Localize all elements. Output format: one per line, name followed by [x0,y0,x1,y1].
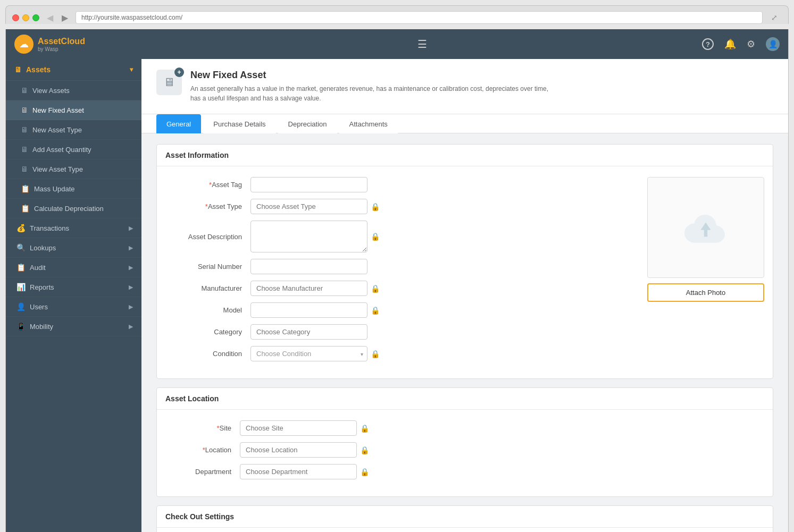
asset-fields: *Asset Tag *Asset Type [165,177,637,368]
manufacturer-lock-icon[interactable]: 🔒 [371,284,380,293]
site-input[interactable] [240,420,357,436]
brand-text: AssetCloud by Wasp [38,37,85,52]
maximize-button[interactable] [32,14,39,21]
app-body: 🖥 Assets ▾ 🖥 View Assets 🖥 New Fixed Ass… [6,59,788,532]
transactions-label: Transactions [30,224,69,232]
sidebar-item-view-asset-type[interactable]: 🖥 View Asset Type [6,159,141,179]
asset-photo-area: Attach Photo [647,177,764,368]
sidebar-item-calculate-depreciation[interactable]: 📋 Calculate Depreciation [6,199,141,218]
brand-sub: by Wasp [38,46,85,52]
photo-upload-box[interactable] [647,177,764,278]
help-icon-button[interactable]: ? [702,38,714,50]
sidebar-item-view-assets[interactable]: 🖥 View Assets [6,81,141,100]
condition-select[interactable]: Choose Condition [250,346,367,361]
asset-description-label: Asset Description [165,233,250,241]
users-chevron-icon: ▶ [129,303,133,310]
traffic-lights [12,14,39,21]
department-row: Department 🔒 [165,464,764,479]
serial-number-row: Serial Number [165,259,637,274]
department-input[interactable] [240,464,357,479]
tab-attachments[interactable]: Attachments [339,114,398,133]
close-button[interactable] [12,14,19,21]
serial-number-label: Serial Number [165,263,250,271]
calc-depreciation-icon: 📋 [21,204,30,213]
model-input[interactable] [250,302,367,318]
bell-icon-button[interactable]: 🔔 [724,38,736,50]
tab-general[interactable]: General [156,114,201,133]
tab-depreciation[interactable]: Depreciation [278,114,337,133]
asset-description-row: Asset Description 🔒 [165,221,637,252]
address-bar[interactable] [76,11,763,24]
sidebar-item-transactions[interactable]: 💰 Transactions ▶ [6,218,141,238]
back-nav-button[interactable]: ◀ [44,12,56,24]
sidebar-item-new-asset-type-label: New Asset Type [32,126,82,134]
minimize-button[interactable] [22,14,29,21]
sidebar-item-view-assets-label: View Assets [32,87,70,95]
user-icon-button[interactable]: 👤 [766,37,780,51]
lookups-label: Lookups [30,244,56,252]
checkout-settings-section: Check Out Settings Set check out default… [156,505,773,532]
reports-icon: 📊 [16,283,26,291]
main-content: 🖥 + New Fixed Asset An asset generally h… [141,59,788,532]
transactions-chevron-icon: ▶ [129,225,133,232]
mobility-label: Mobility [30,323,53,331]
new-asset-type-icon: 🖥 [21,125,28,134]
sidebar-item-reports[interactable]: 📊 Reports ▶ [6,277,141,297]
condition-lock-icon[interactable]: 🔒 [371,350,380,358]
gear-icon: ⚙ [747,39,755,49]
checkout-settings-body: Set check out defaults [157,528,773,532]
sidebar-item-mobility[interactable]: 📱 Mobility ▶ [6,317,141,336]
bell-icon: 🔔 [724,39,736,49]
location-lock-icon[interactable]: 🔒 [360,446,369,454]
sidebar-item-new-asset-type[interactable]: 🖥 New Asset Type [6,120,141,140]
sidebar-item-audit[interactable]: 📋 Audit ▶ [6,258,141,277]
sidebar-item-users[interactable]: 👤 Users ▶ [6,297,141,317]
asset-description-textarea[interactable] [250,221,367,252]
sidebar-item-lookups[interactable]: 🔍 Lookups ▶ [6,238,141,258]
brand-icon: ☁ [14,35,34,54]
page-title: New Fixed Asset [190,70,548,81]
sidebar-item-add-asset-quantity[interactable]: 🖥 Add Asset Quantity [6,140,141,159]
mass-update-icon: 📋 [21,184,30,193]
forward-nav-button[interactable]: ▶ [58,12,71,24]
sidebar-assets-header[interactable]: 🖥 Assets ▾ [6,59,141,81]
condition-label: Condition [165,350,250,358]
model-label: Model [165,306,250,314]
audit-label: Audit [30,264,46,272]
sidebar: 🖥 Assets ▾ 🖥 View Assets 🖥 New Fixed Ass… [6,59,141,532]
department-label: Department [165,468,240,476]
asset-type-lock-icon[interactable]: 🔒 [371,202,380,211]
department-lock-icon[interactable]: 🔒 [360,468,369,476]
tab-purchase-details[interactable]: Purchase Details [203,114,275,133]
asset-location-section: Asset Location *Site 🔒 [156,387,773,497]
asset-description-lock-icon[interactable]: 🔒 [371,232,380,241]
sidebar-item-add-asset-quantity-label: Add Asset Quantity [32,146,91,154]
sidebar-item-mass-update[interactable]: 📋 Mass Update [6,179,141,199]
manufacturer-input[interactable] [250,281,367,296]
browser-titlebar: ◀ ▶ ⤢ [12,11,782,24]
category-control [250,324,637,340]
hamburger-menu-button[interactable]: ☰ [142,38,702,50]
location-label: *Location [165,446,240,454]
site-control: 🔒 [240,420,764,436]
model-lock-icon[interactable]: 🔒 [371,306,380,315]
reports-chevron-icon: ▶ [129,284,133,291]
transactions-icon: 💰 [16,224,26,232]
gear-icon-button[interactable]: ⚙ [747,38,755,50]
asset-type-control: 🔒 [250,199,637,214]
model-row: Model 🔒 [165,302,637,318]
assets-header-icon: 🖥 [14,65,22,74]
asset-tag-input[interactable] [250,177,367,192]
site-lock-icon[interactable]: 🔒 [360,424,369,433]
serial-number-input[interactable] [250,259,367,274]
audit-chevron-icon: ▶ [129,264,133,271]
category-label: Category [165,328,250,336]
help-icon: ? [702,38,714,50]
navbar-brand: ☁ AssetCloud by Wasp [14,35,142,54]
category-input[interactable] [250,324,367,340]
asset-type-input[interactable] [250,199,367,214]
location-input[interactable] [240,442,357,458]
expand-button[interactable]: ⤢ [767,11,782,24]
attach-photo-button[interactable]: Attach Photo [647,283,764,302]
sidebar-item-new-fixed-asset[interactable]: 🖥 New Fixed Asset [6,100,141,120]
